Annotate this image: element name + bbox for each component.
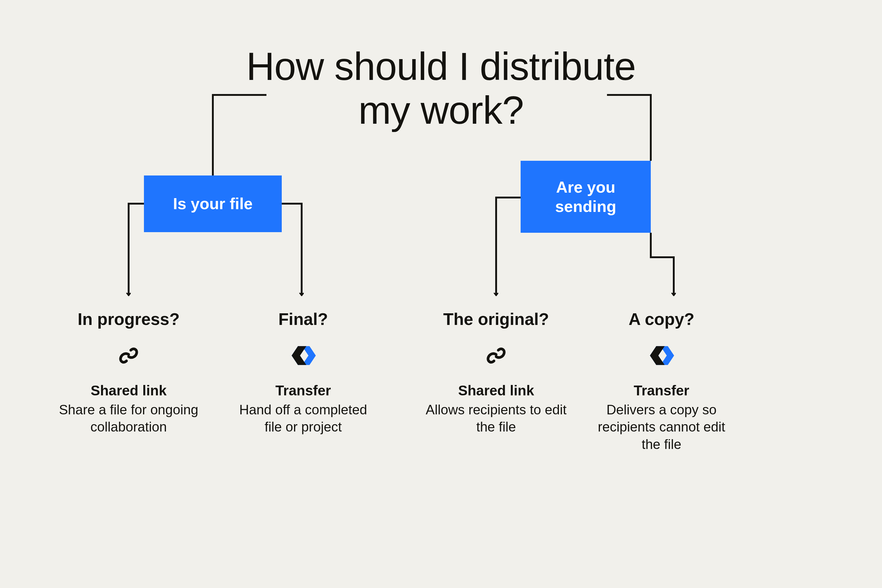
option-question: Final? — [233, 309, 374, 329]
option-the-original: The original? Shared link Allows recipie… — [426, 309, 567, 436]
option-a-copy: A copy? Transfer Delivers a copy so reci… — [591, 309, 732, 453]
diagram-title: How should I distribute my work? — [226, 44, 656, 132]
option-desc: Share a file for ongoing collaboration — [58, 401, 199, 436]
option-name: Transfer — [591, 382, 732, 399]
option-desc: Hand off a completed file or project — [233, 401, 374, 436]
option-in-progress: In progress? Shared link Share a file fo… — [58, 309, 199, 436]
option-desc: Delivers a copy so recipients cannot edi… — [591, 401, 732, 453]
option-name: Shared link — [426, 382, 567, 399]
transfer-icon — [591, 342, 732, 369]
option-name: Shared link — [58, 382, 199, 399]
option-question: A copy? — [591, 309, 732, 329]
option-desc: Allows recipients to edit the file — [426, 401, 567, 436]
decision-is-your-file: Is your file — [144, 176, 282, 232]
option-name: Transfer — [233, 382, 374, 399]
decision-are-you-sending: Are you sending — [520, 161, 651, 233]
diagram-canvas: How should I distribute my work? Is your… — [0, 0, 882, 588]
option-question: The original? — [426, 309, 567, 329]
option-final: Final? Transfer Hand off a completed fil… — [233, 309, 374, 436]
option-question: In progress? — [58, 309, 199, 329]
transfer-icon — [233, 342, 374, 369]
link-icon — [58, 342, 199, 369]
link-icon — [426, 342, 567, 369]
